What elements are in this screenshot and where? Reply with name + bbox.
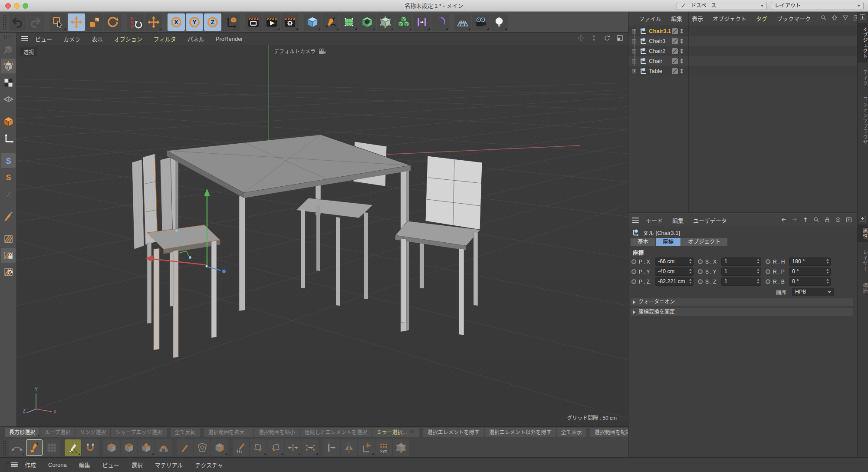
side-tab-構造[interactable]: 構造 <box>858 279 868 297</box>
paint-tool[interactable] <box>233 439 249 456</box>
keyframe-radio[interactable] <box>766 259 770 264</box>
viewport-menu-パネル[interactable]: パネル <box>187 35 204 43</box>
quantize-tool[interactable] <box>43 439 60 456</box>
selection-command-長方形選択[interactable]: 長方形選択 <box>5 428 39 437</box>
axis-mode-button[interactable] <box>1 131 16 145</box>
freeze-transform-fold[interactable]: 座標変換を固定 <box>631 308 853 316</box>
visibility-dots-icon[interactable] <box>681 58 683 64</box>
viewport-menu-icon[interactable] <box>21 35 28 43</box>
add-cloner-button[interactable] <box>395 13 412 31</box>
selection-command-シャープエッジ選択[interactable]: シャープエッジ選択 <box>111 428 166 437</box>
pan-icon[interactable] <box>577 34 585 43</box>
keyframe-radio[interactable] <box>631 269 636 274</box>
viewport-menu-オプション[interactable]: オプション <box>114 35 142 43</box>
scale-tool[interactable] <box>86 13 103 31</box>
selection-command-ミラー選択[interactable]: ミラー選択... <box>372 428 419 437</box>
bottom-menu-icon[interactable] <box>11 461 18 469</box>
wall-tool[interactable] <box>323 439 340 456</box>
bottom-menu-ビュー[interactable]: ビュー <box>102 461 119 469</box>
viewport-menu-ProRender[interactable]: ProRender <box>216 36 243 42</box>
add-generator-button[interactable] <box>358 13 376 31</box>
workplane-mode-button[interactable] <box>1 92 16 106</box>
selection-command-選択エレメントを隠す[interactable]: 選択エレメントを隠す <box>423 428 484 437</box>
keyframe-radio[interactable] <box>698 269 703 274</box>
make-editable-button[interactable] <box>1 42 16 57</box>
object-row-Chair[interactable]: Chair <box>628 56 858 66</box>
am-menu-ユーザデータ[interactable]: ユーザデータ <box>693 216 727 224</box>
rotate-tool[interactable] <box>104 13 122 31</box>
lock-icon[interactable] <box>824 216 831 224</box>
lock-workplane-button[interactable] <box>1 248 16 263</box>
edit-toggle-icon[interactable] <box>671 28 678 35</box>
field-input[interactable]: 0 ° <box>789 267 831 276</box>
om-menu-ファイル[interactable]: ファイル <box>639 14 661 23</box>
add-subdivision-surface-button[interactable] <box>340 13 358 31</box>
x-axis-lock[interactable]: X <box>168 13 185 31</box>
rotate-edge-tool[interactable] <box>250 439 266 456</box>
selection-command-全て表示[interactable]: 全て表示 <box>557 428 586 437</box>
viewport-menu-フィルタ[interactable]: フィルタ <box>154 35 176 43</box>
selection-command-選択範囲を記録[interactable]: 選択範囲を記録 <box>590 428 628 437</box>
weld-tool[interactable] <box>302 439 319 456</box>
attribute-manager-menu-icon[interactable] <box>632 217 639 224</box>
search-icon[interactable] <box>820 14 827 23</box>
field-input[interactable]: 1 <box>721 277 761 286</box>
om-menu-オブジェクト[interactable]: オブジェクト <box>713 14 746 23</box>
keyframe-radio[interactable] <box>766 279 770 284</box>
object-row-Table[interactable]: Table <box>628 66 858 76</box>
field-input[interactable]: 1 <box>721 257 761 266</box>
om-menu-タグ[interactable]: タグ <box>756 14 767 23</box>
selection-command-選択範囲を拡大[interactable]: 選択範囲を拡大... <box>204 428 253 437</box>
om-menu-編集[interactable]: 編集 <box>671 14 682 23</box>
add-deformer-button[interactable] <box>377 13 394 31</box>
field-input[interactable]: 180 ° <box>789 257 831 266</box>
mirror-tool[interactable] <box>341 439 357 456</box>
arrow-right-icon[interactable] <box>791 216 798 224</box>
expand-icon[interactable] <box>632 69 636 73</box>
am-menu-モード[interactable]: モード <box>646 216 663 224</box>
add-light-button[interactable] <box>490 13 508 31</box>
viewport-menu-ビュー[interactable]: ビュー <box>35 35 52 43</box>
y-axis-lock[interactable]: Y <box>186 13 203 31</box>
spread-tool[interactable] <box>285 439 301 456</box>
add-camera-button[interactable] <box>472 13 490 31</box>
object-name[interactable]: Chair <box>649 56 662 66</box>
visibility-dots-icon[interactable] <box>681 68 683 74</box>
object-row-Chair3.1[interactable]: Chair3.1 <box>628 26 858 36</box>
visibility-dots-icon[interactable] <box>681 38 683 44</box>
object-manager-column-divider[interactable] <box>688 12 689 212</box>
spline-arc-tool[interactable] <box>9 439 25 456</box>
object-name[interactable]: Table <box>649 66 662 76</box>
axis-brush-button[interactable] <box>1 209 16 224</box>
bottom-menu-編集[interactable]: 編集 <box>79 461 90 469</box>
extrude-inner-tool[interactable] <box>121 439 137 456</box>
axis-center-tool[interactable] <box>358 439 375 456</box>
snap-3d-button[interactable]: S <box>1 186 16 201</box>
nodespace-dropdown[interactable]: ノードスペース <box>677 2 767 10</box>
field-input[interactable]: -66 cm <box>655 257 694 266</box>
spinner-icon[interactable] <box>689 269 692 274</box>
spinner-icon[interactable] <box>689 279 692 284</box>
panel-expand-icon[interactable] <box>860 216 865 221</box>
visibility-dots-icon[interactable] <box>681 28 683 34</box>
viewport-menu-表示[interactable]: 表示 <box>92 35 103 43</box>
field-input[interactable]: 1 <box>721 267 761 276</box>
undo-button[interactable] <box>9 13 26 31</box>
bottom-menu-テクスチャ[interactable]: テクスチャ <box>195 461 223 469</box>
live-selection-tool[interactable] <box>49 13 67 31</box>
polygon-pen-tool[interactable] <box>26 439 43 456</box>
bottom-menu-Corona[interactable]: Corona <box>48 462 67 468</box>
om-menu-ブックマーク[interactable]: ブックマーク <box>777 14 811 23</box>
bridge-tool[interactable] <box>155 439 172 456</box>
workplane-hatch-button[interactable] <box>1 231 16 246</box>
search-icon[interactable] <box>813 216 820 224</box>
keyframe-radio[interactable] <box>631 259 636 264</box>
move-tool[interactable] <box>68 13 85 31</box>
edit-toggle-icon[interactable] <box>671 58 678 65</box>
brush-tool[interactable] <box>65 439 81 456</box>
psr-tool[interactable]: PSR <box>127 13 144 31</box>
render-picture-viewer-button[interactable] <box>263 13 280 31</box>
spinner-icon[interactable] <box>826 269 829 274</box>
om-menu-表示[interactable]: 表示 <box>692 14 703 23</box>
object-row-Chair2[interactable]: Chair2 <box>628 46 858 56</box>
